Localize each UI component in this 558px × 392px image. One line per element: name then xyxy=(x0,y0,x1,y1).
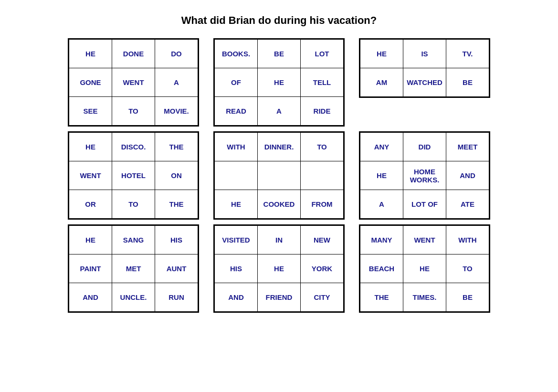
grid-9: MANYWENTWITHBEACHHETOTHETIMES.BE xyxy=(359,224,490,313)
grid-cell: TO xyxy=(112,190,155,219)
grid-3: HEISTV.AMWATCHEDBE xyxy=(359,38,490,98)
grids-wrapper: HEDONEDOGONEWENTASEETOMOVIE. BOOKS.BELOT… xyxy=(10,38,548,313)
grid-cell: DO xyxy=(155,40,198,68)
grid-cell: SANG xyxy=(112,226,155,254)
grid-cell: BE xyxy=(258,40,301,68)
grid-cell: OF xyxy=(215,68,258,97)
grid-cell: DID xyxy=(403,133,446,161)
grid-cell: DINNER. xyxy=(258,133,301,161)
grid-cell: THE xyxy=(155,133,198,161)
grid-cell: HE xyxy=(258,254,301,283)
grid-cell: HE xyxy=(360,40,403,68)
grid-cell: MEET xyxy=(446,133,489,161)
grid-cell: NEW xyxy=(301,226,344,254)
grid-row-3: HESANGHISPAINTMETAUNTANDUNCLE.RUN VISITE… xyxy=(68,224,490,313)
grid-cell: BE xyxy=(446,68,489,97)
grid-7: HESANGHISPAINTMETAUNTANDUNCLE.RUN xyxy=(68,224,199,313)
grid-cell: UNCLE. xyxy=(112,283,155,312)
grid-row-1: HEDONEDOGONEWENTASEETOMOVIE. BOOKS.BELOT… xyxy=(68,38,490,127)
grid-cell: AM xyxy=(360,68,403,97)
grid-cell: HE xyxy=(360,161,403,190)
grid-cell: WENT xyxy=(69,161,112,190)
grid-cell: HE xyxy=(69,226,112,254)
grid-cell: GONE xyxy=(69,68,112,97)
grid-cell: MANY xyxy=(360,226,403,254)
grid-cell: FROM xyxy=(301,190,344,219)
grid-cell: HOME WORKS. xyxy=(403,161,446,190)
grid-2: BOOKS.BELOTOFHETELLREADARIDE xyxy=(213,38,345,127)
grid-cell xyxy=(215,161,258,190)
grid-cell: TO xyxy=(301,133,344,161)
grid-cell: A xyxy=(360,190,403,219)
grid-cell: HOTEL xyxy=(112,161,155,190)
grid-cell: ATE xyxy=(446,190,489,219)
grid-cell: AUNT xyxy=(155,254,198,283)
grid-cell: THE xyxy=(155,190,198,219)
grid-cell: LOT xyxy=(301,40,344,68)
grid-cell: WITH xyxy=(215,133,258,161)
grid-cell: VISITED xyxy=(215,226,258,254)
grid-cell: BEACH xyxy=(360,254,403,283)
grid-cell: READ xyxy=(215,97,258,126)
grid-cell: WATCHED xyxy=(403,68,446,97)
grid-cell: RIDE xyxy=(301,97,344,126)
grid-cell: PAINT xyxy=(69,254,112,283)
grid-cell: TV. xyxy=(446,40,489,68)
grid-1: HEDONEDOGONEWENTASEETOMOVIE. xyxy=(68,38,199,127)
grid-cell: HE xyxy=(69,40,112,68)
grid-cell: DISCO. xyxy=(112,133,155,161)
grid-cell: BOOKS. xyxy=(215,40,258,68)
grid-cell: AND xyxy=(446,161,489,190)
grid-cell: HE xyxy=(403,254,446,283)
grid-cell: IS xyxy=(403,40,446,68)
grid-cell: WENT xyxy=(112,68,155,97)
grid-cell: THE xyxy=(360,283,403,312)
grid-cell: CITY xyxy=(301,283,344,312)
grid-cell: TELL xyxy=(301,68,344,97)
grid-cell: MOVIE. xyxy=(155,97,198,126)
grid-cell: WITH xyxy=(446,226,489,254)
grid-cell: AND xyxy=(215,283,258,312)
page-title: What did Brian do during his vacation? xyxy=(181,14,377,27)
grid-cell: ON xyxy=(155,161,198,190)
grid-cell: COOKED xyxy=(258,190,301,219)
grid-6: ANYDIDMEETHEHOME WORKS.ANDALOT OFATE xyxy=(359,131,490,220)
grid-row-2: HEDISCO.THEWENTHOTELONORTOTHE WITHDINNER… xyxy=(68,131,490,220)
grid-cell: TO xyxy=(446,254,489,283)
grid-cell: IN xyxy=(258,226,301,254)
grid-cell: AND xyxy=(69,283,112,312)
grid-cell: HIS xyxy=(215,254,258,283)
grid-cell: YORK xyxy=(301,254,344,283)
grid-cell: FRIEND xyxy=(258,283,301,312)
grid-cell: TO xyxy=(112,97,155,126)
grid-cell: BE xyxy=(446,283,489,312)
grid-cell: HE xyxy=(258,68,301,97)
grid-cell: HE xyxy=(215,190,258,219)
grid-cell: TIMES. xyxy=(403,283,446,312)
grid-cell: SEE xyxy=(69,97,112,126)
grid-4: HEDISCO.THEWENTHOTELONORTOTHE xyxy=(68,131,199,220)
grid-cell: ANY xyxy=(360,133,403,161)
grid-cell xyxy=(301,161,344,190)
grid-cell: HE xyxy=(69,133,112,161)
grid-5: WITHDINNER.TOHECOOKEDFROM xyxy=(213,131,345,220)
grid-cell: DONE xyxy=(112,40,155,68)
grid-cell: RUN xyxy=(155,283,198,312)
grid-cell: A xyxy=(258,97,301,126)
grid-cell: MET xyxy=(112,254,155,283)
grid-cell xyxy=(258,161,301,190)
grid-cell: WENT xyxy=(403,226,446,254)
grid-cell: OR xyxy=(69,190,112,219)
grid-cell: HIS xyxy=(155,226,198,254)
grid-cell: A xyxy=(155,68,198,97)
grid-cell: LOT OF xyxy=(403,190,446,219)
grid-8: VISITEDINNEWHISHEYORKANDFRIENDCITY xyxy=(213,224,345,313)
